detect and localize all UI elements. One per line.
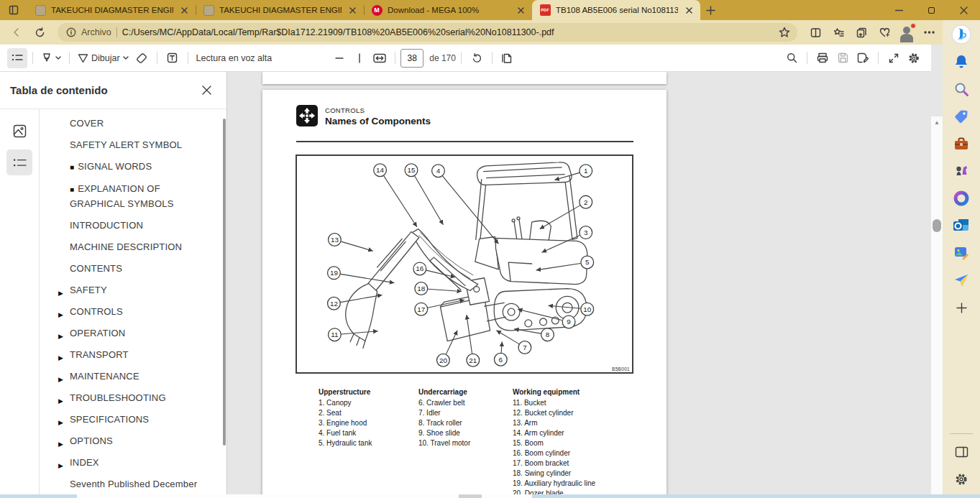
scroll-up-arrow[interactable]: ▲: [931, 119, 943, 126]
back-icon[interactable]: [7, 23, 26, 42]
browser-essentials-icon[interactable]: [875, 23, 894, 42]
bottom-edge-strip: [0, 494, 980, 498]
toc-item[interactable]: ▶MAINTENANCE: [40, 369, 222, 384]
sidebar-panel-icon[interactable]: [949, 440, 974, 464]
toc-item-label: COVER: [70, 118, 104, 129]
tab-takeuchi-2[interactable]: TAKEUCHI DIAGMASTER ENGINE: [196, 0, 364, 20]
read-aloud-button[interactable]: Lectura en voz alta: [193, 48, 275, 68]
tab-takeuchi-1[interactable]: TAKEUCHI DIAGMASTER ENGINE: [27, 0, 196, 20]
favorites-icon[interactable]: [829, 23, 848, 42]
tab-close-icon[interactable]: [178, 4, 190, 16]
info-icon: [66, 27, 76, 37]
toc-item[interactable]: ▶TRANSPORT: [40, 348, 222, 362]
toc-item[interactable]: ▶INDEX: [40, 456, 222, 470]
toc-toggle-button[interactable]: [7, 48, 27, 68]
pdf-scrollbar[interactable]: ▲ ▼: [931, 116, 943, 498]
page-total-label: de 170: [429, 53, 456, 63]
toc-item-label: CONTENTS: [70, 263, 122, 274]
tab-actions-menu-icon[interactable]: [0, 0, 27, 20]
toc-item[interactable]: Seventh Published December 2004: [40, 477, 222, 494]
page-number-input[interactable]: 38: [400, 49, 423, 68]
toc-item-label: OPERATION: [70, 328, 125, 338]
toc-item[interactable]: ▶TROUBLESHOOTING: [40, 391, 222, 405]
toc-item[interactable]: MACHINE DESCRIPTION: [40, 240, 222, 254]
component-group: Upperstructure1. Canopy2. Seat3. Engine …: [319, 388, 416, 448]
refresh-icon[interactable]: [30, 23, 49, 42]
toc-item[interactable]: ■EXPLANATION OF GRAPHICAL SYMBOLS: [40, 182, 222, 211]
toc-expand-arrow-icon[interactable]: ▶: [58, 437, 63, 451]
close-window-button[interactable]: [948, 0, 980, 20]
toc-item[interactable]: INTRODUCTION: [40, 218, 222, 233]
component-item: 10. Travel motor: [418, 438, 510, 448]
sidebar-settings-gear-icon[interactable]: [949, 467, 974, 492]
profile-avatar[interactable]: [898, 24, 915, 41]
eraser-button[interactable]: [132, 48, 152, 68]
read-aloud-label: Lectura en voz alta: [196, 53, 273, 63]
zoom-out-button[interactable]: [329, 48, 349, 68]
split-screen-icon[interactable]: [806, 23, 825, 42]
rotate-button[interactable]: [467, 48, 487, 68]
zoom-slider-handle[interactable]: [349, 48, 370, 68]
toc-expand-arrow-icon[interactable]: ▶: [58, 308, 63, 322]
file-scheme-label: Archivo: [81, 27, 111, 37]
callout-number: 10: [583, 305, 591, 313]
toc-item[interactable]: ▶CONTROLS: [40, 305, 222, 319]
pdf-scrollbar-thumb[interactable]: [933, 219, 941, 232]
toc-item[interactable]: COVER: [40, 116, 222, 131]
toc-item[interactable]: ▶OPTIONS: [40, 434, 222, 448]
toc-item[interactable]: ▶OPERATION: [40, 326, 222, 341]
minimize-button[interactable]: [883, 0, 915, 20]
toc-expand-arrow-icon[interactable]: ▶: [58, 415, 63, 430]
toc-scrollbar-thumb[interactable]: [223, 119, 226, 446]
customize-sidebar-plus-icon[interactable]: [949, 295, 974, 320]
pdf-settings-gear-icon[interactable]: [904, 48, 924, 68]
image-designer-icon[interactable]: [949, 241, 974, 265]
games-icon[interactable]: [949, 159, 974, 183]
toc-expand-arrow-icon[interactable]: ▶: [58, 394, 63, 408]
fullscreen-button[interactable]: [884, 48, 904, 68]
more-menu-icon[interactable]: [920, 23, 938, 42]
thumbnails-view-icon[interactable]: [6, 118, 32, 144]
tab-close-icon[interactable]: [683, 4, 695, 16]
new-tab-button[interactable]: [700, 0, 720, 20]
toc-item[interactable]: ■SIGNAL WORDS: [40, 160, 222, 175]
fit-to-width-button[interactable]: [370, 48, 390, 68]
search-document-icon[interactable]: [782, 48, 802, 68]
notifications-bell-icon[interactable]: [949, 50, 974, 74]
shopping-tag-icon[interactable]: [949, 104, 974, 129]
microsoft-365-icon[interactable]: [949, 186, 974, 211]
highlighter-button[interactable]: [38, 48, 64, 68]
search-sidebar-icon[interactable]: [949, 77, 974, 101]
collections-icon[interactable]: [852, 23, 871, 42]
toc-close-icon[interactable]: [196, 80, 216, 101]
url-field[interactable]: Archivo C:/Users/MC/AppData/Local/Temp/R…: [58, 23, 797, 42]
tab-close-icon[interactable]: [515, 4, 526, 16]
toc-item[interactable]: CONTENTS: [40, 262, 222, 276]
draw-button[interactable]: Dibujar: [75, 48, 132, 68]
toc-expand-arrow-icon[interactable]: ▶: [58, 372, 63, 387]
maximize-button[interactable]: [915, 0, 948, 20]
toc-expand-arrow-icon[interactable]: ▶: [58, 286, 63, 300]
tab-pdf-active[interactable]: PDF TB108 AB5E006 serial No108113: [532, 0, 700, 20]
copilot-bing-icon[interactable]: [949, 22, 974, 47]
print-button[interactable]: [812, 48, 833, 68]
toc-item[interactable]: ▶SAFETY: [40, 283, 222, 298]
outlook-icon[interactable]: [949, 213, 974, 238]
toc-expand-arrow-icon[interactable]: ▶: [58, 351, 63, 365]
drop-icon[interactable]: [949, 268, 974, 292]
toc-item[interactable]: SAFETY ALERT SYMBOL: [40, 138, 222, 152]
favorite-star-icon[interactable]: [779, 27, 790, 38]
toolbox-icon[interactable]: [949, 132, 974, 156]
page-view-button[interactable]: [498, 48, 518, 68]
save-as-button[interactable]: [853, 48, 873, 68]
toc-expand-arrow-icon[interactable]: ▶: [58, 329, 63, 343]
add-text-button[interactable]: [162, 48, 183, 68]
tab-close-icon[interactable]: [347, 4, 358, 16]
takeuchi-favicon: [203, 4, 214, 16]
bottom-edge-detail: [459, 494, 482, 498]
toc-expand-arrow-icon[interactable]: ▶: [58, 458, 63, 473]
callout-number: 13: [331, 236, 339, 244]
toc-item[interactable]: ▶SPECIFICATIONS: [40, 412, 222, 427]
contents-view-icon[interactable]: [6, 149, 32, 175]
tab-mega-download[interactable]: M Download - MEGA 100%: [364, 0, 532, 20]
